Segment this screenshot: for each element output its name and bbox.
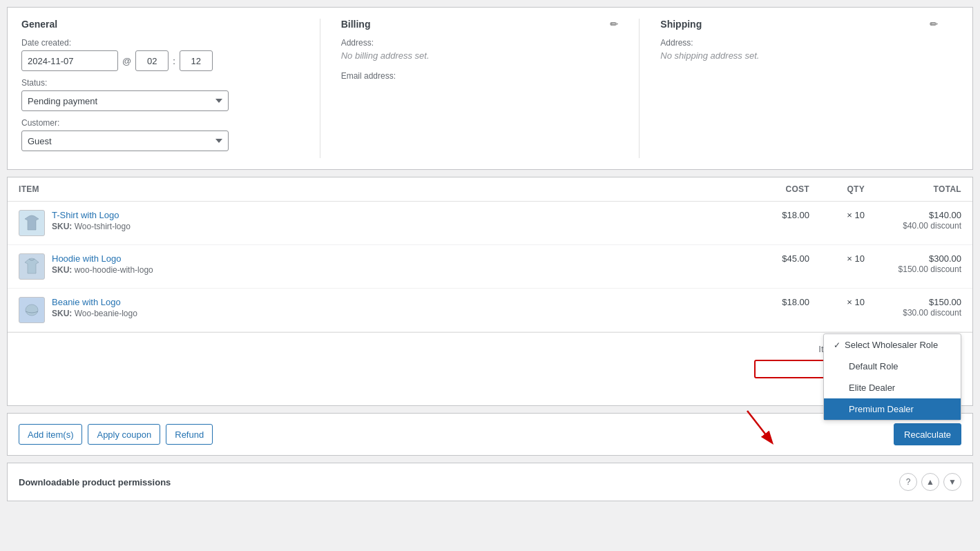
item-discount-1: $150.00 discount [899, 264, 961, 274]
item-sku-2: SKU: Woo-beanie-logo [52, 309, 137, 318]
refund-button[interactable]: Refund [166, 424, 213, 445]
item-cost-0: $18.00 [751, 202, 820, 245]
date-input[interactable] [21, 50, 118, 71]
billing-address-value: No billing address set. [341, 50, 619, 61]
arrow-indicator [740, 404, 789, 452]
col-cost: Cost [751, 177, 820, 202]
customer-label: Customer: [21, 118, 299, 128]
date-row: @ : [21, 50, 299, 71]
item-thumb-1 [19, 253, 45, 280]
item-qty-1: × 10 [820, 245, 876, 289]
billing-edit-icon[interactable]: ✏ [610, 19, 618, 30]
item-total-0: $140.00 $40.00 discount [876, 202, 972, 245]
item-cell-0: T-Shirt with Logo SKU: Woo-tshirt-logo [8, 202, 751, 245]
svg-point-0 [26, 304, 38, 316]
date-label: Date created: [21, 38, 299, 48]
footer-left: Add item(s) Apply coupon Refund [19, 424, 213, 445]
item-thumb-0 [19, 210, 45, 236]
billing-title-text: Billing [341, 19, 371, 30]
help-icon[interactable]: ? [899, 473, 917, 491]
check-icon: ✓ [834, 340, 840, 350]
expand-down-icon[interactable]: ▼ [943, 473, 961, 491]
item-cell-1: Hoodie with Logo SKU: woo-hoodie-with-lo… [8, 245, 751, 289]
dropdown-item-default-role[interactable]: Default Role [824, 356, 961, 377]
item-link-2[interactable]: Beanie with Logo [52, 297, 137, 307]
item-qty-2: × 10 [820, 289, 876, 332]
billing-address-label: Address: [341, 38, 619, 48]
item-thumb-2 [19, 297, 45, 323]
general-section: General Date created: @ : Status: Pendin… [21, 19, 320, 158]
billing-email-label: Email address: [341, 71, 619, 81]
svg-line-2 [747, 411, 771, 442]
item-discount-0: $40.00 discount [903, 221, 961, 231]
item-discount-2: $30.00 discount [903, 308, 961, 318]
footer-section: Add item(s) Apply coupon Refund ✓ Select… [7, 413, 973, 456]
item-total-1: $300.00 $150.00 discount [876, 245, 972, 289]
recalculate-button[interactable]: Recalculate [894, 423, 961, 445]
billing-title: Billing ✏ [341, 19, 619, 30]
billing-section: Billing ✏ Address: No billing address se… [320, 19, 640, 158]
downloadable-section: Downloadable product permissions ? ▲ ▼ [7, 463, 973, 501]
item-total-2: $150.00 $30.00 discount [876, 289, 972, 332]
shipping-address-value: No shipping address set. [660, 50, 938, 61]
item-info-1: Hoodie with Logo SKU: woo-hoodie-with-lo… [52, 253, 153, 275]
recalculate-container: ✓ Select Wholesaler Role Default Role El… [894, 423, 961, 445]
shipping-address-label: Address: [660, 38, 938, 48]
shipping-title-text: Shipping [660, 19, 702, 30]
status-select-wrapper: Pending payment Processing On hold Compl… [21, 90, 229, 111]
item-link-1[interactable]: Hoodie with Logo [52, 253, 153, 264]
item-link-0[interactable]: T-Shirt with Logo [52, 210, 131, 220]
status-select[interactable]: Pending payment Processing On hold Compl… [21, 90, 229, 111]
col-item: Item [8, 177, 751, 202]
time-hour-input[interactable] [135, 50, 169, 71]
customer-select-wrapper: Guest [21, 130, 229, 151]
col-total: Total [876, 177, 972, 202]
dropdown-item-elite-dealer[interactable]: Elite Dealer [824, 377, 961, 398]
dropdown-item-premium-dealer[interactable]: Premium Dealer [824, 398, 961, 420]
collapse-up-icon[interactable]: ▲ [921, 473, 939, 491]
shipping-title: Shipping ✏ [660, 19, 938, 30]
top-section: General Date created: @ : Status: Pendin… [7, 7, 973, 170]
item-info-0: T-Shirt with Logo SKU: Woo-tshirt-logo [52, 210, 131, 231]
table-row: Beanie with Logo SKU: Woo-beanie-logo $1… [8, 289, 972, 332]
items-table: Item Cost Qty Total T-Shirt with Logo SK… [8, 177, 972, 332]
apply-coupon-button[interactable]: Apply coupon [88, 424, 160, 445]
table-row: T-Shirt with Logo SKU: Woo-tshirt-logo $… [8, 202, 972, 245]
item-sku-1: SKU: woo-hoodie-with-logo [52, 265, 153, 275]
general-title: General [21, 19, 299, 30]
status-label: Status: [21, 78, 299, 88]
shipping-section: Shipping ✏ Address: No shipping address … [639, 19, 959, 158]
item-cost-2: $18.00 [751, 289, 820, 332]
time-minute-input[interactable] [180, 50, 213, 71]
item-cell-2: Beanie with Logo SKU: Woo-beanie-logo [8, 289, 751, 332]
wholesaler-dropdown[interactable]: ✓ Select Wholesaler Role Default Role El… [823, 334, 961, 420]
add-items-button[interactable]: Add item(s) [19, 424, 82, 445]
dropdown-item-select-role[interactable]: ✓ Select Wholesaler Role [824, 334, 961, 356]
at-symbol: @ [122, 56, 131, 66]
col-qty: Qty [820, 177, 876, 202]
help-icons: ? ▲ ▼ [899, 473, 961, 491]
table-row: Hoodie with Logo SKU: woo-hoodie-with-lo… [8, 245, 972, 289]
item-cost-1: $45.00 [751, 245, 820, 289]
item-sku-0: SKU: Woo-tshirt-logo [52, 222, 131, 231]
shipping-edit-icon[interactable]: ✏ [930, 19, 938, 30]
item-info-2: Beanie with Logo SKU: Woo-beanie-logo [52, 297, 137, 318]
general-title-text: General [21, 19, 57, 30]
downloadable-title: Downloadable product permissions [19, 477, 171, 487]
customer-select[interactable]: Guest [21, 130, 229, 151]
item-qty-0: × 10 [820, 202, 876, 245]
